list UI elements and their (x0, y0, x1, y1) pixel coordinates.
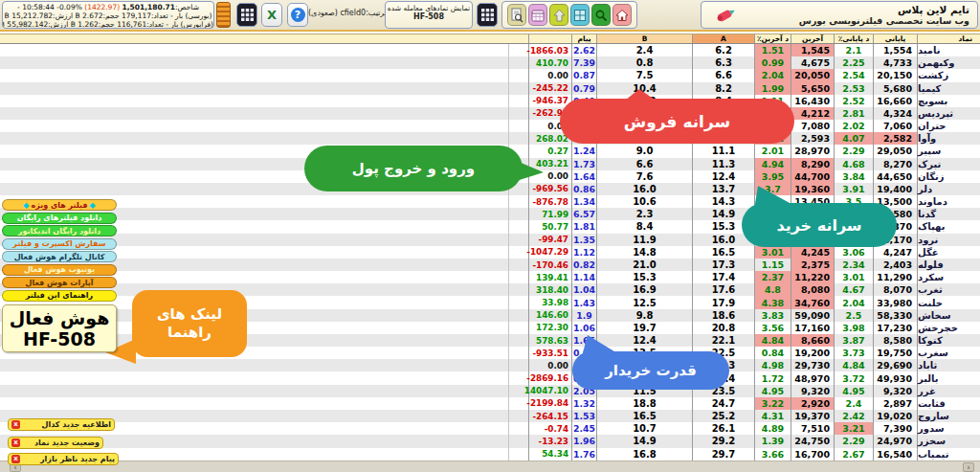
cell-close-pct: 2.81 (834, 107, 873, 120)
cell-close-pct: 4.07 (834, 132, 873, 145)
cell-symbol: سخزر (917, 435, 980, 447)
table-row[interactable]: 268.021.965.310.84.512,5934.072,582وآوا (0, 132, 980, 145)
cell-symbol: سدور (917, 422, 980, 435)
free-filters-download-link[interactable]: دانلود فیلترهای رایگان (2, 213, 117, 224)
cell-symbol: ثغرب (917, 283, 980, 296)
market-supervisor-new-message[interactable]: xپیام جدید ناظر بازار (8, 453, 119, 465)
special-filters-link[interactable]: ◆فیلتر های ویژه◆ (2, 199, 117, 211)
column-header-b[interactable]: B (596, 34, 692, 43)
calendar-icon[interactable] (528, 4, 547, 26)
cell-last: 4,212 (791, 107, 834, 120)
cell-last: 2,593 (791, 132, 834, 145)
cell-col-a: 25.2 (692, 410, 754, 422)
cell-payam: 2.62 (571, 44, 596, 56)
table-row[interactable]: -2869.160.6712.223.41.7248,9703.7249,930… (0, 371, 980, 384)
cell-last-pct: 4.94 (754, 158, 791, 170)
column-header-symbol[interactable]: نماد (917, 34, 980, 43)
buyer-power-callout: قدرت خریدار (572, 351, 729, 390)
cell-last: 16,700 (791, 448, 834, 461)
cell-close: 7,060 (873, 120, 917, 132)
table-row[interactable]: 139.411.1415.317.42.3711,2203.0111,290سک… (0, 271, 980, 283)
table-row[interactable]: -262.960.7810.99.30.144,2122.814,324ثپرد… (0, 107, 980, 120)
excel-export-icon[interactable]: X (261, 3, 282, 27)
table-row[interactable]: 410.707.390.86.30.994,6752.254,733وکبهمن (0, 56, 980, 69)
table-row[interactable]: -1047.291.1214.816.53.014,2453.064,247غگ… (0, 246, 980, 258)
close-icon[interactable]: x (11, 455, 20, 463)
cell-money-flow: -1866.03 (528, 44, 571, 56)
column-header-last[interactable]: آخرین (791, 34, 834, 43)
sidebar-links: ◆فیلتر های ویژه◆دانلود فیلترهای رایگاندا… (2, 199, 117, 303)
expert-filter-order-link[interactable]: سفارش اکسپرت و فیلتر (2, 238, 117, 250)
cell-last-pct: 3.66 (754, 448, 791, 461)
cell-symbol: بسویچ (917, 95, 980, 107)
codal-new-announcement[interactable]: xاطلاعیه جدید کدال (8, 418, 115, 431)
cell-money-flow: -264.15 (528, 410, 571, 422)
document-preview-icon[interactable] (507, 4, 526, 26)
youtube-link[interactable]: یوتیوب هوش فعال (2, 264, 117, 276)
table-row[interactable]: -2199.841.3218.824.73.222,9202.42,897قثا… (0, 397, 980, 410)
menu-grip-icon[interactable] (216, 2, 231, 28)
cell-last-pct: 1.15 (754, 258, 791, 271)
table-row[interactable]: 54.341.7616.829.73.6616,7002.6716,540تیم… (0, 448, 980, 461)
symbol-new-status[interactable]: xوضعیت جدید نماد (8, 437, 103, 449)
table-row[interactable]: -170.460.8221.017.31.152,3752.342,403فلو… (0, 258, 980, 271)
cell-payam: 1.96 (571, 435, 596, 447)
free-indicator-download-link[interactable]: دانلود رایگان اندیکاتور (2, 225, 117, 236)
cell-last: 19,370 (791, 410, 834, 422)
table-row[interactable]: 14047.102.0511.523.54.959,3204.959,320غر… (0, 385, 980, 397)
cell-col-a: 11.3 (692, 158, 754, 170)
close-icon[interactable]: x (11, 420, 20, 429)
cell-last-pct: 3.56 (754, 322, 791, 334)
aparat-link[interactable]: آپارات هوش فعال (2, 277, 117, 288)
top-toolbar: شاخص:1,501,180.71 (1422.97) %0.09- 10:58… (0, 0, 980, 30)
search-icon[interactable] (591, 4, 611, 26)
help-icon[interactable]: ? (287, 3, 308, 27)
active-intelligence-box: هوش فعال HF-508 (2, 304, 117, 352)
cell-close-pct: 2.02 (834, 120, 873, 132)
cell-col-b: 14.8 (596, 246, 692, 258)
horizontal-scrollbar[interactable]: ‹ › (0, 461, 980, 472)
cell-close: 29,050 (873, 145, 917, 157)
up-arrow-icon[interactable] (549, 4, 568, 26)
column-header-close[interactable]: پایانی (873, 34, 917, 43)
table-row[interactable]: -13.231.9614.929.21.3924,7502.2924,970سخ… (0, 435, 980, 447)
grid-view-icon[interactable] (236, 3, 257, 27)
cell-close: 2,582 (873, 132, 917, 145)
column-header-close-percent[interactable]: ٪د پایانی (834, 34, 873, 43)
cell-close: 49,930 (873, 371, 917, 384)
cell-payam: 1.35 (571, 234, 596, 246)
cell-symbol: زنگان (917, 170, 980, 183)
table-row[interactable]: -0.742.4510.726.14.897,5103.217,390سدور (0, 422, 980, 435)
table-row[interactable]: -245.220.7910.48.21.995,6502.535,680کیمی… (0, 82, 980, 95)
table-row[interactable]: 0.000.6214.810.22.317,0802.027,060حتران (0, 120, 980, 132)
cell-last: 9,320 (791, 385, 834, 397)
cell-close: 2,897 (873, 397, 917, 410)
table-row[interactable]: -1866.032.622.46.21.511,5452.11,554نامید (0, 44, 980, 56)
layout-grid-icon[interactable] (477, 3, 498, 27)
filter-guide-link[interactable]: راهنمای این فیلتر (2, 290, 117, 302)
cell-close: 16,660 (873, 95, 917, 107)
column-header-last-percent[interactable]: ٪د آخرین (754, 34, 791, 43)
table-row[interactable]: -946.370.4917.28.41.1116,4302.5216,660بس… (0, 95, 980, 107)
cell-close-pct: 2.42 (834, 410, 873, 422)
column-header-money-flow[interactable] (528, 34, 571, 43)
close-icon[interactable]: x (11, 438, 20, 447)
table-row[interactable]: -264.151.5316.525.24.3119,3702.4219,020س… (0, 410, 980, 422)
cell-payam: 1.04 (571, 283, 596, 296)
scroll-right-button[interactable]: › (963, 462, 974, 472)
cell-close-pct: 3.91 (834, 183, 873, 195)
cell-symbol: ثاباد (917, 359, 980, 371)
table-row[interactable]: 0.001.1412.923.34.9829,7304.8429,690ثابا… (0, 359, 980, 371)
table-row[interactable]: 0.000.877.56.62.0420,0502.5420,150زکشت (0, 69, 980, 81)
cell-close: 8,580 (873, 334, 917, 347)
column-header-a[interactable]: A (692, 34, 754, 43)
cell-last: 11,220 (791, 271, 834, 283)
site-title: تایم لاین پلاس (738, 4, 969, 15)
cell-col-a: 6.6 (692, 69, 754, 81)
cell-col-a: 17.6 (692, 283, 754, 296)
column-header-payam[interactable]: پیام (571, 34, 596, 43)
cell-payam: 1.43 (571, 296, 596, 308)
window-layout-icon[interactable] (570, 4, 590, 26)
home-icon[interactable] (612, 4, 632, 26)
telegram-channel-link[interactable]: کانال تلگرام هوش فعال (2, 251, 117, 262)
